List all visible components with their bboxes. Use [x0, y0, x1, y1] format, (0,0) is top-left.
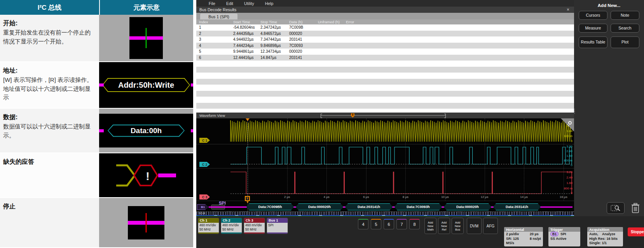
cell: 4.944922µs: [230, 37, 258, 42]
channel-5-button[interactable]: 5: [371, 219, 381, 229]
sidebar-bottom-tools: [574, 202, 644, 214]
waveform-plot[interactable]: 3.682.761.84920 m03.202.401.60800 m03.20…: [196, 118, 574, 216]
time-tick-label: 14 µs: [520, 195, 528, 199]
badge-ch1[interactable]: Ch 1460 mV/div50 MHz: [198, 218, 219, 234]
stop-symbol: [128, 206, 164, 239]
zoom-box-button[interactable]: [607, 202, 625, 214]
data-packet-box: Data:00h: [108, 125, 185, 137]
scale-label: 0: [571, 139, 572, 143]
missing-ack-symbol: !: [113, 160, 179, 191]
channel-scale: SPI: [268, 223, 288, 227]
note-button[interactable]: Note: [611, 11, 639, 20]
horizontal-resolution: 8 ns/pt: [530, 237, 541, 246]
add-new-sidebar: ⁞⁞ Add New... CursorsNoteMeasureSearchRe…: [574, 0, 644, 216]
menu-utility[interactable]: Utility: [239, 1, 260, 6]
table-row[interactable]: 34.944922µs7.347442µs203141: [196, 36, 574, 43]
cell: 4: [196, 43, 230, 48]
acquisition-highres: High Res: 16 bits: [589, 237, 621, 241]
header-i2c-bus: I²C 总线: [0, 0, 99, 15]
channel-settings: 460 mV/div50 MHz: [221, 223, 242, 232]
results-title-bar: Bus Decode Results ×: [196, 7, 574, 13]
acquisition-panel[interactable]: Acquisition Auto,Analyze High Res: 16 bi…: [587, 227, 623, 246]
bus-decode-frame: Data:000020h: [296, 203, 343, 210]
pan-zoom-slider[interactable]: 0: [321, 115, 446, 116]
channel-settings: 460 mV/div50 MHz: [198, 223, 219, 232]
cell: 7.347442µs: [258, 37, 286, 42]
cursors-button[interactable]: Cursors: [579, 11, 607, 20]
panel-splitter[interactable]: ⁞⁞: [574, 109, 575, 113]
add-new-math-button[interactable]: AddNewMath: [424, 218, 436, 234]
trace: [196, 118, 574, 144]
plot-button[interactable]: Plot: [611, 36, 639, 48]
add-new-bus-button[interactable]: AddNewBus: [452, 218, 464, 234]
channel-scale: 460 mV/div: [245, 223, 265, 227]
dvm-button[interactable]: DVM: [467, 218, 482, 234]
bus-badge-b1[interactable]: B1: [197, 204, 209, 210]
row-title: 数据:: [3, 113, 95, 121]
column-header-error: Error: [343, 20, 574, 24]
time-tick-label: 12 µs: [481, 195, 489, 199]
cell: 203141: [286, 55, 315, 60]
bus-decode-frame: Data:000020h: [444, 203, 491, 210]
cell: 1: [196, 25, 230, 29]
column-header-unframed-h-: Unframed (h): [315, 20, 343, 24]
bus-decode-frame: Data:203141h: [345, 203, 393, 210]
scale-label: 800 m: [564, 159, 572, 162]
tab-bus1-spi[interactable]: Bus 1 (SPI): [200, 14, 237, 19]
table-row[interactable]: 47.444234µs9.846898µs7C0093: [196, 43, 574, 49]
trigger-panel[interactable]: Trigger B1SPI SS Active: [548, 227, 580, 246]
horizontal-position: ⛿ 10%: [530, 246, 541, 246]
run-stop-button[interactable]: Stopped: [628, 227, 644, 236]
table-row[interactable]: 1-54.82604ns2.347242µs7C009B: [196, 24, 574, 31]
scale-label: 2.40: [566, 176, 572, 179]
channel-7-button[interactable]: 7: [396, 219, 407, 229]
start-marker: [146, 28, 147, 48]
cell: 2: [196, 31, 230, 36]
slider-handle[interactable]: 0: [351, 113, 354, 118]
scale-label: 3.20: [566, 170, 572, 174]
trigger-type: SPI: [560, 232, 566, 236]
cell: 7.444234µs: [230, 43, 258, 48]
measure-button[interactable]: Measure: [579, 24, 607, 33]
horizontal-window: 20 µs: [530, 232, 541, 237]
row-text-cell: 缺失的应答: [0, 153, 99, 197]
cell: 7C0093: [286, 43, 315, 48]
results-table-button[interactable]: Results Table: [579, 36, 607, 48]
badge-ch2[interactable]: Ch 2460 mV/div50 MHz: [221, 218, 242, 234]
channel1-section: 3.682.761.84920 m0: [196, 118, 574, 144]
table-row: [196, 91, 574, 97]
horizontal-panel[interactable]: Horizontal 2 µs/div 20 µs SR: 125 MS/s 8…: [504, 227, 543, 246]
table-row[interactable]: 22.444358µs4.846572µs000020: [196, 31, 574, 37]
search-button[interactable]: Search: [611, 24, 639, 33]
channel-name: Ch 3: [244, 218, 265, 223]
channel-6-button[interactable]: 6: [384, 219, 394, 229]
table-row[interactable]: 612.44416µs14.847µs203141: [196, 55, 574, 61]
channel-4-button[interactable]: 4: [358, 219, 368, 229]
row-figure-missing-ack: !: [99, 153, 193, 197]
close-icon[interactable]: ×: [565, 7, 571, 12]
cell: 4.846572µs: [258, 31, 286, 36]
scope-top-row: FileEditUtilityHelp Bus Decode Results ×…: [196, 0, 644, 216]
table-row: [196, 103, 574, 109]
horizontal-sample-rate: SR: 125 MS/s: [506, 237, 526, 246]
channel-bandwidth: 50 MHz: [245, 227, 265, 232]
trash-icon[interactable]: [631, 203, 640, 213]
column-header-start-time: Start Time: [230, 20, 258, 24]
badge-ch3[interactable]: Ch 3460 mV/div50 MHz: [244, 218, 265, 234]
afg-button[interactable]: AFG: [483, 218, 498, 234]
badge-bus1[interactable]: Bus 1SPI: [267, 218, 288, 234]
column-header-stop-time: Stop Time: [258, 20, 286, 24]
bus-decode-frame: Data:203141h: [493, 203, 541, 210]
channel-8-button[interactable]: 8: [409, 219, 420, 229]
table-row[interactable]: 59.944861µs12.34734µs000020: [196, 49, 574, 55]
menu-file[interactable]: File: [203, 1, 221, 6]
row-text-cell: 开始:重复开始发生在没有前一个停止的情况下显示另一个开始。: [0, 15, 99, 61]
start-symbol: [129, 17, 163, 59]
channel-name: Ch 1: [198, 218, 219, 223]
channel-bandwidth: 50 MHz: [222, 227, 242, 232]
add-new-ref-button[interactable]: AddNewRef: [438, 218, 450, 234]
cell: 12.34734µs: [258, 49, 286, 54]
menu-edit[interactable]: Edit: [221, 1, 239, 6]
horizontal-title: Horizontal: [504, 227, 543, 232]
menu-help[interactable]: Help: [260, 1, 279, 6]
